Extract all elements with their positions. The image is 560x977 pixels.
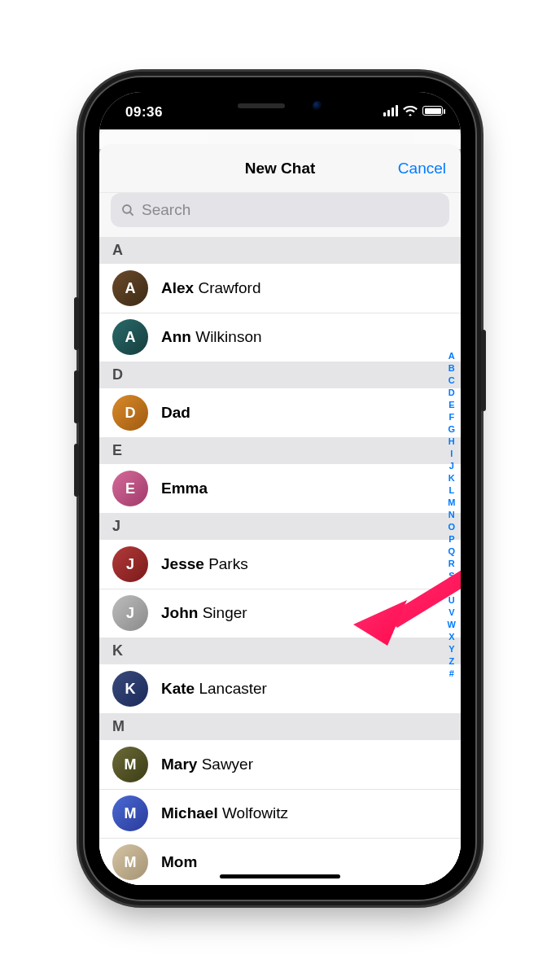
contact-name: Ann Wilkinson xyxy=(161,328,262,346)
contact-name: Alex Crawford xyxy=(161,279,261,297)
section-header: K xyxy=(99,637,461,664)
contact-first-name: Ann xyxy=(161,328,191,345)
index-letter[interactable]: S xyxy=(448,570,454,581)
avatar: A xyxy=(112,319,148,355)
contact-last-name: Parks xyxy=(208,555,248,572)
index-letter[interactable]: N xyxy=(448,509,455,520)
section-header: M xyxy=(99,713,461,740)
avatar: J xyxy=(112,546,148,582)
new-chat-sheet: New Chat Cancel Search AAAlex CrawfordAA… xyxy=(99,144,461,885)
search-container: Search xyxy=(99,193,461,237)
contact-row[interactable]: JJesse Parks xyxy=(99,540,461,589)
contact-name: Kate Lancaster xyxy=(161,680,267,698)
svg-line-1 xyxy=(129,212,133,215)
avatar: M xyxy=(112,747,148,782)
contact-last-name: Wolfowitz xyxy=(222,804,288,821)
contact-row[interactable]: AAlex Crawford xyxy=(99,264,461,313)
avatar: J xyxy=(112,595,148,631)
index-letter[interactable]: M xyxy=(448,497,455,508)
contact-row[interactable]: MMary Sawyer xyxy=(99,740,461,789)
index-letter[interactable]: H xyxy=(448,436,455,447)
device-notch xyxy=(190,92,370,120)
wifi-icon xyxy=(403,106,418,116)
contact-last-name: Lancaster xyxy=(199,680,266,697)
status-indicators xyxy=(383,105,443,116)
index-letter[interactable]: Q xyxy=(448,545,456,557)
speaker-slot xyxy=(238,103,285,108)
phone-screen: 09:36 New Chat Cancel xyxy=(99,92,461,885)
search-icon xyxy=(120,203,135,217)
contact-first-name: Mary xyxy=(161,756,197,773)
contact-first-name: Jesse xyxy=(161,555,204,572)
contact-name: John Singer xyxy=(161,604,247,622)
cancel-button[interactable]: Cancel xyxy=(398,160,446,177)
contact-row[interactable]: AAnn Wilkinson xyxy=(99,313,461,361)
index-letter[interactable]: T xyxy=(448,582,454,594)
index-letter[interactable]: V xyxy=(448,607,454,618)
index-letter[interactable]: # xyxy=(449,668,454,679)
index-letter[interactable]: Y xyxy=(448,643,454,655)
avatar: D xyxy=(112,395,148,431)
contact-name: Mary Sawyer xyxy=(161,756,253,773)
contact-first-name: John xyxy=(161,604,198,621)
contact-last-name: Crawford xyxy=(198,279,260,296)
contact-name: Dad xyxy=(161,404,190,422)
search-placeholder: Search xyxy=(142,201,190,219)
section-header: A xyxy=(99,237,461,264)
search-input[interactable]: Search xyxy=(111,193,449,227)
avatar: M xyxy=(112,844,148,880)
index-letter[interactable]: U xyxy=(448,594,455,606)
contact-name: Michael Wolfowitz xyxy=(161,804,288,822)
index-letter[interactable]: R xyxy=(448,558,455,569)
index-letter[interactable]: L xyxy=(448,484,454,496)
contact-last-name: Sawyer xyxy=(202,756,253,773)
contact-last-name: Wilkinson xyxy=(195,328,261,345)
index-letter[interactable]: D xyxy=(448,387,455,398)
avatar: M xyxy=(112,795,148,831)
index-letter[interactable]: I xyxy=(450,448,453,459)
index-letter[interactable]: G xyxy=(448,423,456,435)
contact-first-name: Michael xyxy=(161,804,218,821)
contact-name: Jesse Parks xyxy=(161,555,248,573)
index-letter[interactable]: C xyxy=(448,375,455,386)
index-letter[interactable]: X xyxy=(448,631,454,642)
index-letter[interactable]: W xyxy=(448,619,456,630)
contact-first-name: Dad xyxy=(161,404,190,421)
contact-row[interactable]: DDad xyxy=(99,388,461,437)
index-letter[interactable]: Z xyxy=(448,655,454,667)
sheet-navbar: New Chat Cancel xyxy=(99,144,461,193)
contact-last-name: Singer xyxy=(203,604,247,621)
front-camera xyxy=(313,101,322,111)
contact-row[interactable]: EEmma xyxy=(99,464,461,513)
index-letter[interactable]: O xyxy=(448,521,456,532)
alpha-index[interactable]: ABCDEFGHIJKLMNOPQRSTUVWXYZ# xyxy=(448,350,456,679)
contact-first-name: Kate xyxy=(161,680,195,697)
contact-first-name: Emma xyxy=(161,480,208,497)
phone-device-frame: 09:36 New Chat Cancel xyxy=(85,77,475,900)
cellular-signal-icon xyxy=(383,105,398,116)
index-letter[interactable]: A xyxy=(448,350,455,361)
index-letter[interactable]: B xyxy=(448,362,455,374)
contact-row[interactable]: JJohn Singer xyxy=(99,589,461,637)
section-header: J xyxy=(99,513,461,540)
section-header: E xyxy=(99,437,461,464)
section-header: D xyxy=(99,361,461,388)
status-time: 09:36 xyxy=(125,104,163,120)
contact-list[interactable]: AAAlex CrawfordAAnn WilkinsonDDDadEEEmma… xyxy=(99,237,461,885)
contact-first-name: Alex xyxy=(161,279,194,296)
sheet-title: New Chat xyxy=(245,160,316,177)
contact-name: Emma xyxy=(161,480,208,497)
contact-name: Mom xyxy=(161,853,197,871)
index-letter[interactable]: J xyxy=(449,460,454,471)
avatar: K xyxy=(112,671,148,707)
contact-first-name: Mom xyxy=(161,853,197,870)
avatar: A xyxy=(112,270,148,306)
index-letter[interactable]: F xyxy=(448,411,454,423)
battery-icon xyxy=(422,106,443,116)
index-letter[interactable]: K xyxy=(448,472,455,484)
contact-row[interactable]: MMichael Wolfowitz xyxy=(99,789,461,838)
contact-row[interactable]: KKate Lancaster xyxy=(99,664,461,713)
index-letter[interactable]: P xyxy=(448,533,454,545)
home-indicator xyxy=(220,874,340,878)
index-letter[interactable]: E xyxy=(448,399,454,410)
